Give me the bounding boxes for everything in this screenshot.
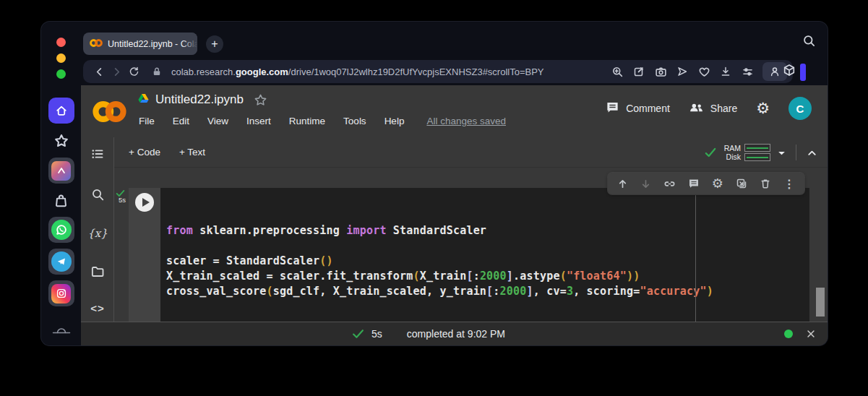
- url-row: colab.research.google.com/drive/1woq07lJ…: [81, 59, 828, 85]
- notebook-canvas: 5s from sklearn.preprocessing import Sta…: [114, 168, 828, 322]
- add-comment-button[interactable]: [688, 178, 700, 189]
- menu-item-help[interactable]: Help: [384, 116, 405, 126]
- cell-exec-time: 5s: [116, 196, 129, 204]
- menu-item-view[interactable]: View: [207, 116, 228, 126]
- scrollbar-thumb[interactable]: [816, 288, 825, 317]
- whatsapp-icon: [51, 220, 72, 240]
- status-message: completed at 9:02 PM: [407, 328, 505, 340]
- colab-logo[interactable]: [93, 100, 126, 126]
- sidebar-item-instagram[interactable]: [48, 280, 74, 306]
- people-icon: [689, 101, 704, 116]
- menu-item-file[interactable]: File: [139, 116, 155, 126]
- zoom-page-icon[interactable]: [608, 63, 627, 80]
- mirror-cell-button[interactable]: [736, 178, 747, 189]
- download-icon[interactable]: [716, 63, 735, 80]
- back-button[interactable]: [90, 63, 108, 80]
- files-icon[interactable]: [81, 264, 114, 279]
- extension-pill-indicator[interactable]: [800, 64, 806, 81]
- user-avatar[interactable]: C: [788, 97, 812, 120]
- url-actions: [608, 62, 787, 81]
- comment-button[interactable]: Comment: [606, 100, 670, 116]
- close-status-bar-button[interactable]: [806, 329, 816, 339]
- menu-item-tools[interactable]: Tools: [343, 116, 366, 126]
- sidebar-item-home[interactable]: [48, 98, 74, 124]
- header-actions: Comment Share ⚙ C: [606, 97, 812, 120]
- lock-icon: [148, 63, 166, 80]
- sidebar-item-whatsapp[interactable]: [48, 217, 74, 243]
- settings-sliders-icon[interactable]: [738, 63, 757, 80]
- share-send-icon[interactable]: [673, 63, 692, 80]
- sidebar-item-app[interactable]: [48, 158, 74, 184]
- cell-more-menu-icon[interactable]: ⋮: [783, 177, 795, 191]
- code-line[interactable]: X_train_scaled = scaler.fit_transform(X_…: [166, 269, 809, 284]
- code-snippets-icon[interactable]: <>: [81, 302, 114, 314]
- window-controls: [56, 38, 66, 79]
- ram-usage-bar: [744, 144, 770, 152]
- menu-item-runtime[interactable]: Runtime: [289, 116, 325, 126]
- menu-item-edit[interactable]: Edit: [173, 116, 189, 126]
- notebook-title[interactable]: Untitled22.ipynb: [155, 92, 244, 107]
- sidebar-item-telegram[interactable]: [48, 249, 74, 275]
- arc-library-icon: [52, 324, 71, 336]
- delete-cell-button[interactable]: [760, 178, 771, 189]
- code-lines: from sklearn.preprocessing import Standa…: [166, 223, 809, 299]
- resource-monitor[interactable]: RAMDisk: [724, 144, 770, 161]
- drive-icon: [137, 93, 150, 107]
- settings-gear-icon[interactable]: ⚙: [756, 100, 770, 117]
- add-text-button[interactable]: + Text: [179, 147, 205, 158]
- cell-execution-info: 5s: [116, 189, 129, 204]
- fullscreen-window-button[interactable]: [56, 69, 66, 79]
- reload-button[interactable]: [125, 63, 142, 80]
- favorite-heart-icon[interactable]: [695, 63, 713, 80]
- sidebar-more-button[interactable]: •••: [53, 344, 69, 345]
- cell-settings-gear-icon[interactable]: ⚙: [712, 177, 723, 190]
- status-duration: 5s: [371, 328, 382, 340]
- instagram-icon: [51, 284, 71, 304]
- star-notebook-icon[interactable]: [254, 93, 267, 107]
- sidebar-item-shop[interactable]: [51, 189, 72, 211]
- url-bar[interactable]: colab.research.google.com/drive/1woq07lJ…: [83, 60, 793, 83]
- variables-icon[interactable]: {x}: [81, 227, 114, 240]
- edit-share-icon[interactable]: [629, 63, 648, 80]
- code-line[interactable]: cross_val_score(sgd_clf, X_train_scaled,…: [166, 284, 809, 299]
- execution-status-bar: 5s completed at 9:02 PM: [81, 322, 828, 345]
- minimize-window-button[interactable]: [56, 53, 66, 63]
- new-tab-button[interactable]: +: [206, 35, 223, 53]
- cell-gutter: [129, 188, 160, 322]
- table-of-contents-icon[interactable]: [81, 147, 114, 161]
- colab-header: Untitled22.ipynb FileEditViewInsertRunti…: [81, 85, 828, 137]
- move-cell-down-button[interactable]: [640, 178, 651, 189]
- tab-title: Untitled22.ipynb - Colab: [108, 39, 197, 49]
- gradient-app-icon: [51, 161, 71, 181]
- home-icon: [54, 103, 69, 118]
- menu-item-insert[interactable]: Insert: [246, 116, 271, 126]
- status-check-icon: [352, 329, 364, 339]
- code-line[interactable]: scaler = StandardScaler(): [166, 254, 809, 269]
- url-text[interactable]: colab.research.google.com/drive/1woq07lJ…: [171, 66, 608, 77]
- browser-tab[interactable]: Untitled22.ipynb - Colab: [83, 33, 197, 55]
- resources-dropdown-caret[interactable]: [778, 146, 786, 159]
- run-cell-button[interactable]: [135, 193, 154, 212]
- search-icon[interactable]: [81, 188, 114, 202]
- code-line[interactable]: from sklearn.preprocessing import Standa…: [166, 223, 809, 238]
- copy-link-to-cell-button[interactable]: [663, 178, 676, 190]
- move-cell-up-button[interactable]: [617, 178, 628, 189]
- sidebar-item-favorites[interactable]: [51, 130, 72, 152]
- save-status-link[interactable]: All changes saved: [426, 116, 506, 126]
- runtime-connected-check-icon: [704, 146, 717, 159]
- telegram-icon: [51, 251, 72, 272]
- play-icon: [142, 198, 150, 207]
- add-code-button[interactable]: + Code: [129, 147, 160, 158]
- screenshot-icon[interactable]: [651, 63, 670, 80]
- collapse-toolbar-icon[interactable]: [807, 147, 817, 158]
- tab-search-icon[interactable]: [802, 34, 816, 48]
- close-window-button[interactable]: [56, 38, 66, 47]
- colab-app: Untitled22.ipynb FileEditViewInsertRunti…: [81, 85, 828, 345]
- extension-cube-icon[interactable]: [783, 64, 796, 77]
- code-line[interactable]: [166, 238, 809, 254]
- colab-favicon: [90, 38, 103, 51]
- sidebar-item-arc-library[interactable]: [51, 319, 72, 341]
- code-editor[interactable]: from sklearn.preprocessing import Standa…: [160, 188, 809, 322]
- forward-button[interactable]: [108, 63, 125, 80]
- share-button[interactable]: Share: [689, 101, 737, 116]
